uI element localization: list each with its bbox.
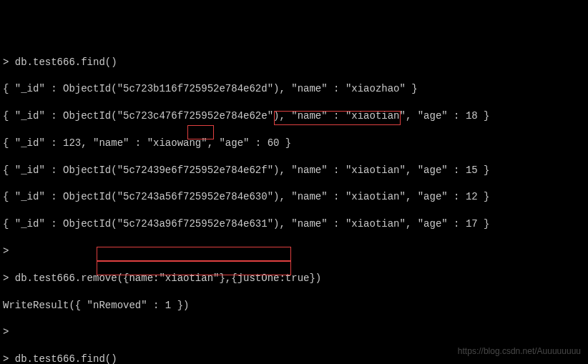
- terminal-line: { "_id" : ObjectId("5c723b116f725952e784…: [3, 82, 585, 96]
- watermark-text: https://blog.csdn.net/Auuuuuuuu: [458, 345, 581, 357]
- terminal-line: >: [3, 245, 585, 258]
- terminal-line: { "_id" : ObjectId("5c7243a96f725952e784…: [3, 217, 585, 231]
- terminal-line: { "_id" : 123, "name" : "xiaowang", "age…: [3, 137, 585, 150]
- terminal-line: { "_id" : ObjectId("5c7243a56f725952e784…: [3, 190, 585, 204]
- terminal-line: > db.test666.find(): [3, 56, 585, 69]
- terminal-line: WriteResult({ "nRemoved" : 1 }): [3, 299, 585, 313]
- terminal-line: { "_id" : ObjectId("5c72439e6f725952e784…: [3, 164, 585, 177]
- terminal-line: { "_id" : ObjectId("5c723c476f725952e784…: [3, 109, 585, 123]
- terminal-line: >: [3, 325, 585, 339]
- terminal-line: > db.test666.remove({name:"xiaotian"},{j…: [3, 272, 585, 285]
